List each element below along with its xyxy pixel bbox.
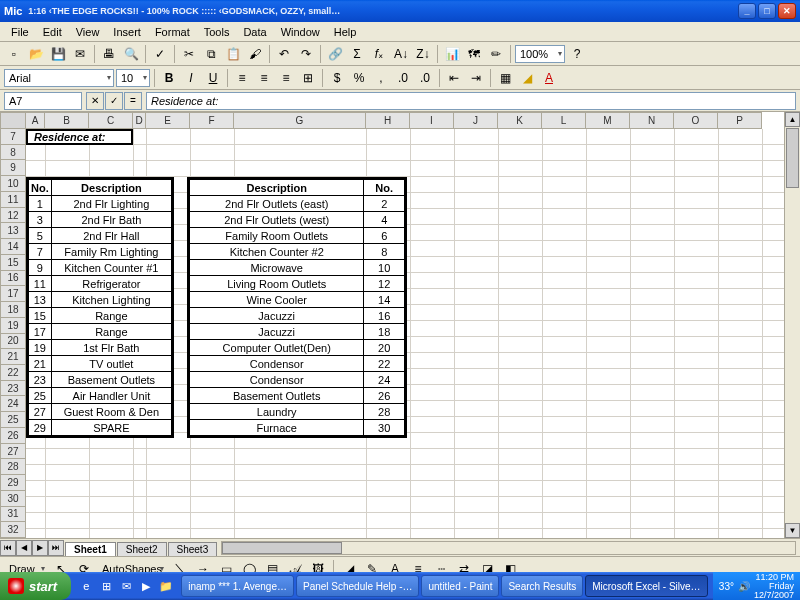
align-right-icon[interactable]: ≡	[276, 68, 296, 88]
table-cell[interactable]: 18	[364, 324, 405, 340]
table-cell[interactable]: 2	[364, 196, 405, 212]
percent-icon[interactable]: %	[349, 68, 369, 88]
sheet-nav-next-icon[interactable]: ▶	[32, 540, 48, 556]
help-icon[interactable]: ?	[567, 44, 587, 64]
print-preview-icon[interactable]: 🔍	[121, 44, 141, 64]
menu-help[interactable]: Help	[327, 24, 364, 40]
table-row[interactable]: Living Room Outlets12	[190, 276, 405, 292]
quicklaunch-desktop-icon[interactable]: ⊞	[97, 576, 115, 596]
row-header-21[interactable]: 21	[0, 349, 26, 365]
sheet-nav-last-icon[interactable]: ⏭	[48, 540, 64, 556]
decrease-indent-icon[interactable]: ⇤	[444, 68, 464, 88]
quicklaunch-outlook-icon[interactable]: ✉	[117, 576, 135, 596]
table-row[interactable]: Kitchen Counter #28	[190, 244, 405, 260]
table-cell[interactable]: SPARE	[51, 420, 171, 436]
row-header-9[interactable]: 9	[0, 160, 26, 176]
row-header-30[interactable]: 30	[0, 491, 26, 507]
table-cell[interactable]: Range	[51, 324, 171, 340]
col-header-K[interactable]: K	[498, 112, 542, 129]
row-header-22[interactable]: 22	[0, 365, 26, 381]
table-cell[interactable]: Family Room Outlets	[190, 228, 364, 244]
row-header-32[interactable]: 32	[0, 522, 26, 538]
align-left-icon[interactable]: ≡	[232, 68, 252, 88]
table-cell[interactable]: Refrigerator	[51, 276, 171, 292]
function-icon[interactable]: fₓ	[369, 44, 389, 64]
col-header-I[interactable]: I	[410, 112, 454, 129]
table-row[interactable]: 191st Flr Bath	[29, 340, 172, 356]
new-icon[interactable]: ▫	[4, 44, 24, 64]
table-row[interactable]: Wine Cooler14	[190, 292, 405, 308]
table-cell[interactable]: 12	[364, 276, 405, 292]
sheet-tab-sheet1[interactable]: Sheet1	[65, 542, 116, 556]
table-cell[interactable]: Kitchen Lighting	[51, 292, 171, 308]
start-button[interactable]: start	[0, 572, 71, 600]
col-header-E[interactable]: E	[146, 112, 190, 129]
col-header-A[interactable]: A	[26, 112, 45, 129]
sheet-tab-sheet3[interactable]: Sheet3	[168, 542, 218, 556]
table-cell[interactable]: 8	[364, 244, 405, 260]
print-icon[interactable]: 🖶	[99, 44, 119, 64]
table-row[interactable]: 11Refrigerator	[29, 276, 172, 292]
zoom-combo[interactable]: 100%	[515, 45, 565, 63]
taskbar-task[interactable]: inamp *** 1. Avenge…	[181, 575, 294, 597]
table-cell[interactable]: 2nd Flr Hall	[51, 228, 171, 244]
select-all-corner[interactable]	[0, 112, 26, 129]
align-center-icon[interactable]: ≡	[254, 68, 274, 88]
quicklaunch-folder-icon[interactable]: 📁	[157, 576, 175, 596]
table-cell[interactable]: 24	[364, 372, 405, 388]
table-cell[interactable]: 19	[29, 340, 52, 356]
row-header-23[interactable]: 23	[0, 381, 26, 397]
table-row[interactable]: 27Guest Room & Den	[29, 404, 172, 420]
table-cell[interactable]: 17	[29, 324, 52, 340]
table-cell[interactable]: 15	[29, 308, 52, 324]
format-painter-icon[interactable]: 🖌	[245, 44, 265, 64]
table-row[interactable]: 2nd Flr Outlets (east)2	[190, 196, 405, 212]
quicklaunch-media-icon[interactable]: ▶	[137, 576, 155, 596]
table-cell[interactable]: Microwave	[190, 260, 364, 276]
table-row[interactable]: Condensor24	[190, 372, 405, 388]
underline-icon[interactable]: U	[203, 68, 223, 88]
menu-insert[interactable]: Insert	[106, 24, 148, 40]
table-row[interactable]: 2nd Flr Outlets (west)4	[190, 212, 405, 228]
col-header-C[interactable]: C	[89, 112, 133, 129]
table-row[interactable]: 9Kitchen Counter #1	[29, 260, 172, 276]
vertical-scrollbar[interactable]: ▲ ▼	[784, 112, 800, 538]
table-cell[interactable]: 21	[29, 356, 52, 372]
menu-window[interactable]: Window	[274, 24, 327, 40]
taskbar-task[interactable]: Microsoft Excel - Silve…	[585, 575, 707, 597]
table-row[interactable]: 23Basement Outlets	[29, 372, 172, 388]
tray-icon[interactable]: 🔊	[738, 581, 750, 592]
table-cell[interactable]: 16	[364, 308, 405, 324]
table-cell[interactable]: Kitchen Counter #1	[51, 260, 171, 276]
table-cell[interactable]: 2nd Flr Outlets (east)	[190, 196, 364, 212]
paste-icon[interactable]: 📋	[223, 44, 243, 64]
table-cell[interactable]: Jacuzzi	[190, 324, 364, 340]
table-cell[interactable]: Jacuzzi	[190, 308, 364, 324]
col-header-D[interactable]: D	[133, 112, 146, 129]
table-row[interactable]: 12nd Flr Lighting	[29, 196, 172, 212]
row-header-14[interactable]: 14	[0, 239, 26, 255]
table-cell[interactable]: 1	[29, 196, 52, 212]
scroll-up-icon[interactable]: ▲	[785, 112, 800, 127]
table-cell[interactable]: 1st Flr Bath	[51, 340, 171, 356]
row-header-13[interactable]: 13	[0, 223, 26, 239]
table-cell[interactable]: Basement Outlets	[51, 372, 171, 388]
row-header-28[interactable]: 28	[0, 459, 26, 475]
row-header-24[interactable]: 24	[0, 396, 26, 412]
scroll-down-icon[interactable]: ▼	[785, 523, 800, 538]
table-row[interactable]: 13Kitchen Lighting	[29, 292, 172, 308]
decrease-decimal-icon[interactable]: .0	[415, 68, 435, 88]
table-cell[interactable]: 25	[29, 388, 52, 404]
row-header-31[interactable]: 31	[0, 507, 26, 523]
table-row[interactable]: 17Range	[29, 324, 172, 340]
comma-icon[interactable]: ,	[371, 68, 391, 88]
edit-formula-icon[interactable]: =	[124, 92, 142, 110]
row-header-29[interactable]: 29	[0, 475, 26, 491]
menu-data[interactable]: Data	[236, 24, 273, 40]
table-row[interactable]: 15Range	[29, 308, 172, 324]
table-cell[interactable]: 10	[364, 260, 405, 276]
row-header-12[interactable]: 12	[0, 208, 26, 224]
map-icon[interactable]: 🗺	[464, 44, 484, 64]
table-row[interactable]: 7Family Rm Lighting	[29, 244, 172, 260]
row-header-16[interactable]: 16	[0, 271, 26, 287]
